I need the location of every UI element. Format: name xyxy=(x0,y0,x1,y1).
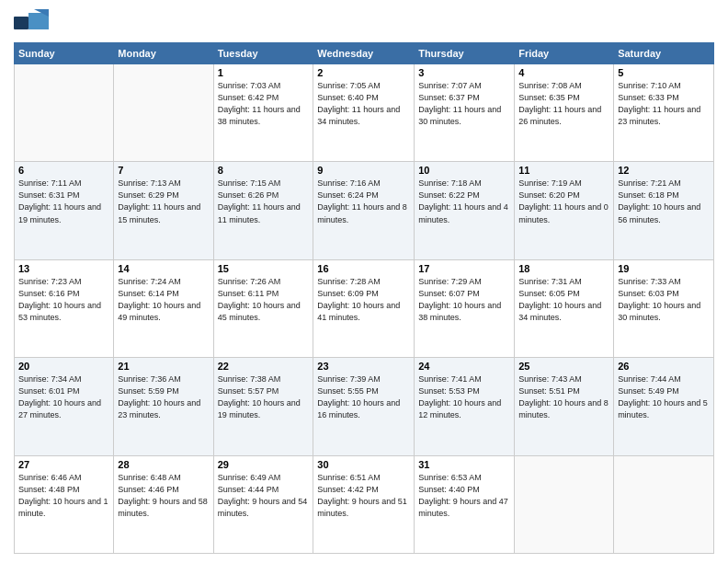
calendar-cell: 3Sunrise: 7:07 AM Sunset: 6:37 PM Daylig… xyxy=(415,64,515,162)
day-number: 14 xyxy=(118,263,209,274)
day-number: 29 xyxy=(218,459,310,470)
calendar-cell: 4Sunrise: 7:08 AM Sunset: 6:35 PM Daylig… xyxy=(515,64,614,162)
day-info: Sunrise: 7:07 AM Sunset: 6:37 PM Dayligh… xyxy=(418,80,510,128)
day-info: Sunrise: 7:10 AM Sunset: 6:33 PM Dayligh… xyxy=(618,80,710,128)
calendar-cell xyxy=(15,64,114,162)
day-number: 23 xyxy=(317,361,410,372)
calendar-cell xyxy=(114,64,213,162)
day-number: 8 xyxy=(218,165,310,176)
page: SundayMondayTuesdayWednesdayThursdayFrid… xyxy=(0,0,728,563)
calendar-cell: 10Sunrise: 7:18 AM Sunset: 6:22 PM Dayli… xyxy=(415,162,515,259)
day-number: 3 xyxy=(418,67,510,78)
day-info: Sunrise: 7:18 AM Sunset: 6:22 PM Dayligh… xyxy=(418,178,510,225)
calendar-day-header: Sunday xyxy=(15,43,114,64)
calendar-cell: 5Sunrise: 7:10 AM Sunset: 6:33 PM Daylig… xyxy=(614,64,714,162)
calendar-day-header: Thursday xyxy=(415,43,515,64)
calendar-week-row: 20Sunrise: 7:34 AM Sunset: 6:01 PM Dayli… xyxy=(15,358,714,455)
day-info: Sunrise: 6:48 AM Sunset: 4:46 PM Dayligh… xyxy=(118,472,209,520)
day-number: 25 xyxy=(518,361,609,372)
day-number: 22 xyxy=(218,361,310,372)
day-number: 30 xyxy=(317,459,410,470)
day-info: Sunrise: 7:16 AM Sunset: 6:24 PM Dayligh… xyxy=(317,178,410,225)
calendar-cell: 13Sunrise: 7:23 AM Sunset: 6:16 PM Dayli… xyxy=(15,259,114,357)
calendar-cell: 2Sunrise: 7:05 AM Sunset: 6:40 PM Daylig… xyxy=(313,64,415,162)
calendar-week-row: 13Sunrise: 7:23 AM Sunset: 6:16 PM Dayli… xyxy=(15,259,714,357)
day-info: Sunrise: 7:24 AM Sunset: 6:14 PM Dayligh… xyxy=(118,276,209,324)
calendar-cell: 16Sunrise: 7:28 AM Sunset: 6:09 PM Dayli… xyxy=(313,259,415,357)
calendar-day-header: Friday xyxy=(515,43,614,64)
day-number: 5 xyxy=(618,67,710,78)
day-number: 9 xyxy=(317,165,410,176)
day-info: Sunrise: 7:44 AM Sunset: 5:49 PM Dayligh… xyxy=(618,373,710,421)
calendar-header-row: SundayMondayTuesdayWednesdayThursdayFrid… xyxy=(15,43,714,64)
svg-marker-1 xyxy=(28,13,49,29)
calendar-cell: 26Sunrise: 7:44 AM Sunset: 5:49 PM Dayli… xyxy=(614,358,714,455)
day-info: Sunrise: 7:31 AM Sunset: 6:05 PM Dayligh… xyxy=(518,276,609,324)
day-info: Sunrise: 7:43 AM Sunset: 5:51 PM Dayligh… xyxy=(518,373,609,421)
calendar-cell: 24Sunrise: 7:41 AM Sunset: 5:53 PM Dayli… xyxy=(415,358,515,455)
day-info: Sunrise: 7:23 AM Sunset: 6:16 PM Dayligh… xyxy=(18,276,109,324)
day-number: 31 xyxy=(418,459,510,470)
day-info: Sunrise: 7:38 AM Sunset: 5:57 PM Dayligh… xyxy=(218,373,310,421)
calendar-cell: 8Sunrise: 7:15 AM Sunset: 6:26 PM Daylig… xyxy=(213,162,313,259)
day-info: Sunrise: 7:41 AM Sunset: 5:53 PM Dayligh… xyxy=(418,373,510,421)
day-info: Sunrise: 7:08 AM Sunset: 6:35 PM Dayligh… xyxy=(518,80,609,128)
day-number: 15 xyxy=(218,263,310,274)
calendar-cell xyxy=(515,455,614,553)
day-info: Sunrise: 7:05 AM Sunset: 6:40 PM Dayligh… xyxy=(317,80,410,128)
calendar-cell: 27Sunrise: 6:46 AM Sunset: 4:48 PM Dayli… xyxy=(15,455,114,553)
day-number: 1 xyxy=(218,67,310,78)
day-number: 17 xyxy=(418,263,510,274)
calendar-cell: 17Sunrise: 7:29 AM Sunset: 6:07 PM Dayli… xyxy=(415,259,515,357)
day-info: Sunrise: 6:46 AM Sunset: 4:48 PM Dayligh… xyxy=(18,472,109,520)
day-number: 18 xyxy=(518,263,609,274)
day-number: 13 xyxy=(18,263,109,274)
calendar-day-header: Monday xyxy=(114,43,213,64)
calendar-cell: 15Sunrise: 7:26 AM Sunset: 6:11 PM Dayli… xyxy=(213,259,313,357)
day-info: Sunrise: 7:36 AM Sunset: 5:59 PM Dayligh… xyxy=(118,373,209,421)
day-info: Sunrise: 7:29 AM Sunset: 6:07 PM Dayligh… xyxy=(418,276,510,324)
day-number: 28 xyxy=(118,459,209,470)
calendar-cell: 18Sunrise: 7:31 AM Sunset: 6:05 PM Dayli… xyxy=(515,259,614,357)
calendar-day-header: Tuesday xyxy=(213,43,313,64)
header xyxy=(14,9,714,37)
calendar-cell: 28Sunrise: 6:48 AM Sunset: 4:46 PM Dayli… xyxy=(114,455,213,553)
day-number: 19 xyxy=(618,263,710,274)
day-info: Sunrise: 6:51 AM Sunset: 4:42 PM Dayligh… xyxy=(317,472,410,520)
day-info: Sunrise: 7:21 AM Sunset: 6:18 PM Dayligh… xyxy=(618,178,710,225)
calendar-cell: 19Sunrise: 7:33 AM Sunset: 6:03 PM Dayli… xyxy=(614,259,714,357)
calendar-cell: 12Sunrise: 7:21 AM Sunset: 6:18 PM Dayli… xyxy=(614,162,714,259)
calendar-cell: 1Sunrise: 7:03 AM Sunset: 6:42 PM Daylig… xyxy=(213,64,313,162)
calendar-cell: 22Sunrise: 7:38 AM Sunset: 5:57 PM Dayli… xyxy=(213,358,313,455)
calendar-cell: 9Sunrise: 7:16 AM Sunset: 6:24 PM Daylig… xyxy=(313,162,415,259)
day-number: 24 xyxy=(418,361,510,372)
logo xyxy=(14,9,52,37)
calendar-cell: 20Sunrise: 7:34 AM Sunset: 6:01 PM Dayli… xyxy=(15,358,114,455)
calendar-cell: 30Sunrise: 6:51 AM Sunset: 4:42 PM Dayli… xyxy=(313,455,415,553)
day-info: Sunrise: 7:28 AM Sunset: 6:09 PM Dayligh… xyxy=(317,276,410,324)
calendar-day-header: Saturday xyxy=(614,43,714,64)
day-number: 20 xyxy=(18,361,109,372)
day-number: 12 xyxy=(618,165,710,176)
calendar-week-row: 27Sunrise: 6:46 AM Sunset: 4:48 PM Dayli… xyxy=(15,455,714,553)
day-number: 10 xyxy=(418,165,510,176)
day-info: Sunrise: 7:19 AM Sunset: 6:20 PM Dayligh… xyxy=(518,178,609,225)
day-info: Sunrise: 6:53 AM Sunset: 4:40 PM Dayligh… xyxy=(418,472,510,520)
day-number: 11 xyxy=(518,165,609,176)
day-info: Sunrise: 7:26 AM Sunset: 6:11 PM Dayligh… xyxy=(218,276,310,324)
day-number: 4 xyxy=(518,67,609,78)
calendar-cell: 11Sunrise: 7:19 AM Sunset: 6:20 PM Dayli… xyxy=(515,162,614,259)
day-number: 27 xyxy=(18,459,109,470)
calendar-cell: 25Sunrise: 7:43 AM Sunset: 5:51 PM Dayli… xyxy=(515,358,614,455)
day-info: Sunrise: 7:15 AM Sunset: 6:26 PM Dayligh… xyxy=(218,178,310,225)
day-number: 2 xyxy=(317,67,410,78)
calendar-cell: 7Sunrise: 7:13 AM Sunset: 6:29 PM Daylig… xyxy=(114,162,213,259)
calendar-week-row: 1Sunrise: 7:03 AM Sunset: 6:42 PM Daylig… xyxy=(15,64,714,162)
day-info: Sunrise: 7:11 AM Sunset: 6:31 PM Dayligh… xyxy=(18,178,109,225)
svg-rect-0 xyxy=(14,17,28,29)
day-number: 7 xyxy=(118,165,209,176)
calendar-cell: 21Sunrise: 7:36 AM Sunset: 5:59 PM Dayli… xyxy=(114,358,213,455)
calendar-cell: 23Sunrise: 7:39 AM Sunset: 5:55 PM Dayli… xyxy=(313,358,415,455)
calendar-table: SundayMondayTuesdayWednesdayThursdayFrid… xyxy=(14,42,714,554)
day-number: 16 xyxy=(317,263,410,274)
